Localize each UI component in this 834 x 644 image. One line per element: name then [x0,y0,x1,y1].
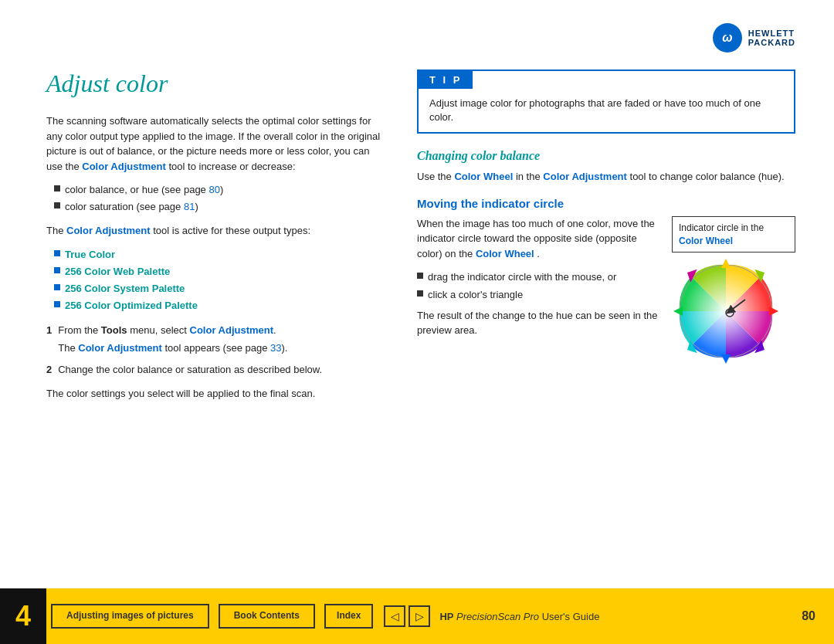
tip-box: T I P Adjust image color for photographs… [417,69,795,134]
content-area: Adjust color The scanning software autom… [46,69,795,582]
color-wheel-link-2[interactable]: Color Wheel [476,248,534,259]
color-adjustment-link-2[interactable]: Color Adjustment [66,225,151,236]
output-types-list: True Color 256 Color Web Palette 256 Col… [54,248,386,314]
bullet-icon [54,185,60,192]
product-name: PrecisionScan Pro [456,611,539,622]
color-adjustment-link-3[interactable]: Color Adjustment [190,324,274,336]
final-paragraph: The color settings you select will be ap… [46,386,386,402]
brand-line2: PACKARD [748,38,795,47]
footer-bar: 4 Adjusting images of pictures Book Cont… [0,588,834,644]
page-link-81[interactable]: 81 [184,201,195,212]
256-optimized-palette-link[interactable]: 256 Color Optimized Palette [65,299,198,313]
true-color-link[interactable]: True Color [65,248,115,262]
color-wheel-link-3[interactable]: Color Wheel [679,236,733,246]
bullet-item: color balance, or hue (see page 80) [54,183,386,197]
left-column: Adjust color The scanning software autom… [46,69,386,582]
moving-indicator-heading: Moving the indicator circle [417,197,795,210]
intro-paragraph: The scanning software automatically sele… [46,114,386,174]
hp-brand-text: HEWLETT PACKARD [748,29,795,47]
hp-logo: ω HEWLETT PACKARD [713,23,795,53]
page-link-33[interactable]: 33 [270,342,281,354]
hp-icon: ω [713,23,742,53]
color-wheel-text: When the image has too much of one color… [417,216,663,347]
prev-arrow[interactable]: ◁ [384,605,405,627]
step-2: 2 Change the color balance or saturation… [46,362,386,378]
brand-line1: HEWLETT [748,29,795,38]
type-item-4: 256 Color Optimized Palette [54,299,386,313]
256-web-palette-link[interactable]: 256 Color Web Palette [65,265,170,279]
bullet-icon [54,250,60,256]
bullet-item: color saturation (see page 81) [54,200,386,214]
color-wheel-side-panel: Indicator circle in the Color Wheel [672,216,795,368]
tip-content: Adjust image color for photographs that … [419,89,794,132]
index-button[interactable]: Index [324,604,373,629]
color-wheel-link-1[interactable]: Color Wheel [454,171,513,182]
drag-bullet: drag the indicator circle with the mouse… [417,270,663,284]
256-system-palette-link[interactable]: 256 Color System Palette [65,282,185,296]
bullet-icon [54,202,60,208]
indicator-bullets: drag the indicator circle with the mouse… [417,270,663,301]
page-link-80[interactable]: 80 [208,184,219,195]
color-balance-para: Use the Color Wheel in the Color Adjustm… [417,169,795,185]
type-item-1: True Color [54,248,386,262]
color-adjustment-link-4[interactable]: Color Adjustment [78,342,162,354]
click-bullet: click a color's triangle [417,288,663,302]
bullet-icon [54,267,60,273]
right-column: T I P Adjust image color for photographs… [417,69,795,582]
bullet-icon [54,284,60,290]
book-contents-button[interactable]: Book Contents [219,604,315,629]
bullet-list-1: color balance, or hue (see page 80) colo… [54,183,386,214]
types-intro: The Color Adjustment tool is active for … [46,223,386,239]
bullet-icon [417,273,423,279]
next-arrow[interactable]: ▷ [409,605,430,627]
page-title: Adjust color [46,69,386,98]
svg-marker-7 [769,307,778,316]
chapter-number: 4 [0,588,46,644]
hp-brand: HP [439,611,453,622]
indicator-para: When the image has too much of one color… [417,216,663,262]
page-number: 80 [802,609,815,623]
changing-color-balance-heading: Changing color balance [417,149,795,163]
tip-label: T I P [419,71,473,89]
nav-arrows: ◁ ▷ [384,605,430,627]
adjusting-images-button[interactable]: Adjusting images of pictures [51,604,209,629]
svg-marker-5 [721,354,731,364]
color-adjustment-link-5[interactable]: Color Adjustment [543,171,627,182]
bullet-icon [54,301,60,307]
indicator-label: Indicator circle in the Color Wheel [672,216,795,253]
svg-marker-4 [721,259,731,268]
color-wheel-section: When the image has too much of one color… [417,216,795,368]
footer-brand: HP PrecisionScan Pro User's Guide [439,611,599,622]
type-item-3: 256 Color System Palette [54,282,386,296]
steps-list: 1 From the Tools menu, select Color Adju… [46,323,386,378]
result-para: The result of the change to the hue can … [417,308,663,338]
page-container: ω HEWLETT PACKARD Adjust color The scann… [0,0,834,644]
color-adjustment-link-1[interactable]: Color Adjustment [82,161,166,172]
color-wheel-image [672,257,780,365]
step-1: 1 From the Tools menu, select Color Adju… [46,323,386,356]
svg-marker-6 [673,307,683,316]
type-item-2: 256 Color Web Palette [54,265,386,279]
bullet-icon [417,290,423,297]
